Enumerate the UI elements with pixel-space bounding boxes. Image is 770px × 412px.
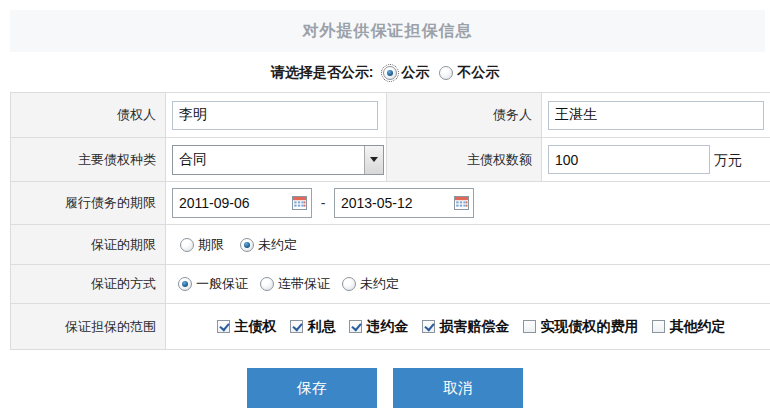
scope-option-interest[interactable]: 利息	[290, 318, 336, 336]
guarantee-period-option-unagreed[interactable]: 未约定	[240, 236, 297, 254]
guarantee-method-option-joint-label: 连带保证	[278, 275, 330, 293]
checkbox-icon[interactable]	[523, 320, 536, 333]
checkbox-icon[interactable]	[349, 320, 362, 333]
scope-option-damages-label: 损害赔偿金	[440, 318, 510, 336]
guarantee-period-option-fixed-label: 期限	[198, 236, 224, 254]
table-row: 履行债务的期限 2011-09-06 -	[11, 182, 770, 225]
scope-option-principal-claim-label: 主债权	[235, 318, 277, 336]
radio-icon[interactable]	[240, 238, 254, 252]
period-end-date-input[interactable]: 2013-05-12	[334, 188, 474, 218]
radio-icon[interactable]	[342, 277, 356, 291]
guarantee-method-label: 保证的方式	[11, 265, 166, 304]
scope-option-penalty-label: 违约金	[367, 318, 409, 336]
scope-option-interest-label: 利息	[308, 318, 336, 336]
publicity-option-private-label: 不公示	[457, 64, 499, 82]
guarantee-method-option-general[interactable]: 一般保证	[178, 275, 248, 293]
publicity-option-public-label: 公示	[401, 64, 429, 82]
checkbox-icon[interactable]	[290, 320, 303, 333]
radio-icon[interactable]	[383, 66, 397, 80]
page-header: 对外提供保证担保信息	[10, 10, 765, 52]
publicity-option-public[interactable]: 公示	[383, 64, 429, 82]
form-actions: 保存 取消	[0, 368, 770, 408]
date-range-separator: -	[321, 195, 326, 211]
claim-type-label: 主要债权种类	[11, 138, 166, 182]
scope-option-realization-costs[interactable]: 实现债权的费用	[523, 318, 639, 336]
scope-option-principal-claim[interactable]: 主债权	[217, 318, 277, 336]
claim-amount-label: 主债权数额	[387, 138, 542, 182]
calendar-icon[interactable]	[292, 196, 307, 210]
debtor-input[interactable]	[548, 101, 764, 130]
checkbox-icon[interactable]	[422, 320, 435, 333]
guarantee-period-option-unagreed-label: 未约定	[258, 236, 297, 254]
scope-option-other-label: 其他约定	[670, 318, 726, 336]
checkbox-icon[interactable]	[652, 320, 665, 333]
cancel-button[interactable]: 取消	[393, 368, 523, 408]
period-start-date-input[interactable]: 2011-09-06	[172, 188, 312, 218]
scope-option-penalty[interactable]: 违约金	[349, 318, 409, 336]
guarantee-scope-label: 保证担保的范围	[11, 304, 166, 350]
table-row: 债权人 债务人	[11, 93, 770, 138]
claim-amount-unit: 万元	[714, 152, 742, 168]
table-row: 保证的期限 期限 未约定	[11, 225, 770, 265]
publicity-label: 请选择是否公示:	[271, 64, 374, 82]
checkbox-icon[interactable]	[217, 320, 230, 333]
guarantee-info-page: 对外提供保证担保信息 请选择是否公示: 公示 不公示 债权人 债务人 主要债权种…	[0, 0, 770, 412]
radio-icon[interactable]	[180, 238, 194, 252]
guarantee-method-option-unagreed-label: 未约定	[360, 275, 399, 293]
guarantee-method-option-unagreed[interactable]: 未约定	[342, 275, 399, 293]
publicity-option-private[interactable]: 不公示	[439, 64, 499, 82]
radio-icon[interactable]	[439, 66, 453, 80]
claim-type-select[interactable]: 合同	[172, 145, 384, 175]
page-title: 对外提供保证担保信息	[303, 21, 473, 42]
radio-icon[interactable]	[178, 277, 192, 291]
calendar-icon[interactable]	[454, 196, 469, 210]
period-start-date-value: 2011-09-06	[179, 195, 250, 211]
select-dropdown-button[interactable]	[364, 146, 383, 174]
claim-amount-input[interactable]	[548, 145, 710, 174]
creditor-label: 债权人	[11, 93, 166, 138]
period-end-date-value: 2013-05-12	[341, 195, 413, 211]
scope-option-other[interactable]: 其他约定	[652, 318, 726, 336]
radio-icon[interactable]	[260, 277, 274, 291]
guarantee-form-table: 债权人 债务人 主要债权种类 合同 主债权数额 万元	[10, 92, 770, 350]
claim-type-selected-value: 合同	[173, 151, 207, 169]
guarantee-period-label: 保证的期限	[11, 225, 166, 265]
guarantee-method-option-joint[interactable]: 连带保证	[260, 275, 330, 293]
table-row: 保证的方式 一般保证 连带保证 未约定	[11, 265, 770, 304]
performance-period-label: 履行债务的期限	[11, 182, 166, 225]
guarantee-period-option-fixed[interactable]: 期限	[180, 236, 224, 254]
dropdown-arrow-icon	[370, 157, 378, 162]
debtor-label: 债务人	[387, 93, 542, 138]
scope-option-realization-costs-label: 实现债权的费用	[541, 318, 639, 336]
table-row: 主要债权种类 合同 主债权数额 万元	[11, 138, 770, 182]
creditor-input[interactable]	[172, 101, 378, 130]
save-button[interactable]: 保存	[247, 368, 377, 408]
guarantee-method-option-general-label: 一般保证	[196, 275, 248, 293]
scope-option-damages[interactable]: 损害赔偿金	[422, 318, 510, 336]
publicity-choice-row: 请选择是否公示: 公示 不公示	[0, 58, 770, 88]
table-row: 保证担保的范围 主债权 利息 违约金	[11, 304, 770, 350]
